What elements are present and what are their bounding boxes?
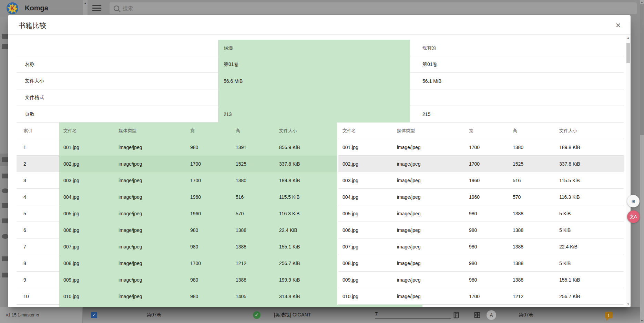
candidate-book-name: 第07卷 <box>146 312 162 318</box>
candidate-page-cell: 980 <box>186 139 232 156</box>
scroll-down-arrow[interactable]: ▼ <box>640 319 644 322</box>
existing-page-cell: 5 KiB <box>555 205 624 222</box>
existing-cell: 第01卷 <box>410 56 624 73</box>
candidate-cell: 56.6 MiB <box>218 73 410 89</box>
candidate-page-cell: image/jpeg <box>114 288 186 305</box>
existing-cell <box>410 89 624 106</box>
existing-page-cell: image/jpeg <box>393 288 465 305</box>
existing-page-cell: 1700 <box>465 156 509 172</box>
candidate-page-cell: image/jpeg <box>114 222 186 238</box>
series-title: [奥浩哉] GIGANT <box>274 312 311 318</box>
dialog-scrollbar[interactable]: ▲ ▼ <box>626 35 631 307</box>
top-app-bar: K Komga ▲ 搜索 <box>0 0 644 17</box>
version-label: v1.15.1-master <box>6 313 34 317</box>
number-field[interactable]: 7 <box>375 311 451 319</box>
existing-page-cell: 001.jpg <box>338 139 393 156</box>
candidate-page-cell: 980 <box>186 222 232 238</box>
candidate-page-cell: image/jpeg <box>114 172 186 189</box>
candidate-page-cell: 007.jpg <box>59 238 114 255</box>
existing-page-cell: 980 <box>465 272 509 288</box>
existing-page-cell: 1960 <box>465 172 509 189</box>
index-cell: 5 <box>17 205 59 222</box>
existing-book-name: 第07卷 <box>519 312 534 318</box>
book-comparison-dialog: 书籍比较 × 候选 现有的 名称第01卷第01卷文件大小56.6 MiB56.1… <box>8 15 631 307</box>
comparison-table: 候选 现有的 名称第01卷第01卷文件大小56.6 MiB56.1 MiB文件格… <box>17 40 624 123</box>
row-checkbox[interactable]: ✓ <box>91 312 97 318</box>
sidebar-scrollbar[interactable]: ▲ <box>83 0 88 17</box>
existing-page-cell: 1700 <box>465 288 509 305</box>
message-alert-icon[interactable]: ! <box>605 312 612 319</box>
existing-page-cell: 189.8 KiB <box>555 139 624 156</box>
index-cell: 10 <box>17 288 59 305</box>
translate-extension-button[interactable]: 文A <box>627 211 640 223</box>
check-circle-icon: ✓ <box>253 311 260 319</box>
candidate-page-cell: 1700 <box>186 172 232 189</box>
existing-page-cell: 5 KiB <box>555 222 624 238</box>
candidate-page-cell: 006.jpg <box>59 222 114 238</box>
scroll-up-arrow[interactable]: ▲ <box>640 1 644 4</box>
candidate-cell: 第01卷 <box>218 56 410 73</box>
candidate-page-cell: 22.4 KiB <box>275 222 337 238</box>
existing-page-cell: 980 <box>465 205 509 222</box>
candidate-page-cell: 1391 <box>232 139 275 156</box>
komga-logo[interactable]: K <box>7 2 18 14</box>
existing-page-cell: 1388 <box>509 205 555 222</box>
candidate-page-cell: 980 <box>186 238 232 255</box>
existing-page-cell: 008.jpg <box>338 255 393 272</box>
komga-logo-icon: K <box>7 2 18 14</box>
existing-column-header: 文件大小 <box>555 123 624 139</box>
existing-page-cell: 516 <box>509 172 555 189</box>
import-row: ✓ 第07卷 ✓ [奥浩哉] GIGANT 7 A 第07卷 ! <box>83 307 640 323</box>
book-switch-icon[interactable] <box>471 309 484 322</box>
candidate-column-header: 高 <box>232 123 275 139</box>
scroll-up-arrow[interactable]: ▲ <box>626 36 631 39</box>
existing-page-cell: 1960 <box>465 189 509 205</box>
sidebar-edge <box>0 17 8 307</box>
candidate-page-cell: 516 <box>232 189 275 205</box>
svg-text:K: K <box>10 6 14 11</box>
candidate-page-cell: 115.5 KiB <box>275 189 337 205</box>
candidate-page-cell: 1388 <box>232 272 275 288</box>
page-scrollbar-thumb[interactable] <box>640 4 644 135</box>
candidate-column-header: 文件名 <box>59 123 114 139</box>
dialog-scrollbar-thumb[interactable] <box>626 43 630 63</box>
existing-page-cell: image/jpeg <box>393 156 465 172</box>
existing-page-cell: image/jpeg <box>393 139 465 156</box>
existing-page-cell: image/jpeg <box>393 189 465 205</box>
existing-page-cell: 1380 <box>509 139 555 156</box>
existing-cell: 215 <box>410 106 624 123</box>
existing-column-header: 文件名 <box>338 123 393 139</box>
candidate-page-cell: 010.jpg <box>59 288 114 305</box>
book-pages-icon[interactable] <box>450 309 463 322</box>
existing-page-cell: image/jpeg <box>393 222 465 238</box>
existing-page-cell: 010.jpg <box>338 288 393 305</box>
search-input[interactable]: 搜索 <box>110 2 637 14</box>
existing-page-cell: 1388 <box>509 255 555 272</box>
existing-page-cell: 570 <box>509 189 555 205</box>
candidate-page-cell: 004.jpg <box>59 189 114 205</box>
existing-page-cell: 116.3 KiB <box>555 189 624 205</box>
candidate-page-cell: 1388 <box>232 222 275 238</box>
avatar[interactable]: A <box>487 310 496 320</box>
existing-page-cell: 155.1 KiB <box>555 272 624 288</box>
candidate-page-cell: image/jpeg <box>114 205 186 222</box>
existing-column-header: 高 <box>509 123 555 139</box>
candidate-page-cell: 1380 <box>232 172 275 189</box>
scroll-down-arrow[interactable]: ▼ <box>626 303 631 306</box>
candidate-page-cell: 980 <box>186 272 232 288</box>
existing-page-cell: image/jpeg <box>393 238 465 255</box>
screenshot-extension-button[interactable]: ⊞ <box>627 195 640 207</box>
candidate-page-cell: 570 <box>232 205 275 222</box>
candidate-page-cell: image/jpeg <box>114 255 186 272</box>
candidate-page-cell: image/jpeg <box>114 156 186 172</box>
page-scrollbar[interactable]: ▲ ▼ <box>640 0 644 323</box>
candidate-page-cell: 1388 <box>232 238 275 255</box>
candidate-page-cell: 1405 <box>232 288 275 305</box>
existing-page-cell: 115.5 KiB <box>555 172 624 189</box>
candidate-cell <box>218 89 410 106</box>
external-link-icon[interactable]: ⧉ <box>36 313 39 317</box>
existing-column-header: 媒体类型 <box>393 123 465 139</box>
dialog-title: 书籍比较 <box>19 21 46 30</box>
menu-icon[interactable] <box>92 5 101 11</box>
close-icon[interactable]: × <box>612 19 624 32</box>
